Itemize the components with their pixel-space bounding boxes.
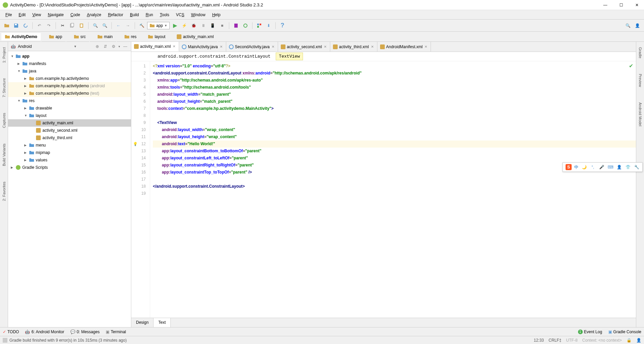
maximize-button[interactable]: ☐	[617, 2, 626, 8]
mic-icon[interactable]: 🎤	[599, 164, 605, 170]
tree-item[interactable]: ▶com.example.hp.activitydemo (android	[8, 82, 131, 90]
tree-item[interactable]: ▼java	[8, 67, 131, 75]
tree-item[interactable]: ▼layout	[8, 112, 131, 119]
menu-vcs[interactable]: VCS	[173, 11, 187, 19]
tree-item[interactable]: ▶mipmap	[8, 149, 131, 156]
menu-code[interactable]: Code	[68, 11, 83, 19]
project-tree[interactable]: ▼app▶manifests▼java▶com.example.hp.activ…	[8, 51, 131, 327]
paste-button[interactable]	[77, 22, 86, 30]
punctuation-icon[interactable]: °,	[590, 164, 596, 170]
editor-tab[interactable]: AndroidManifest.xml✕	[377, 42, 431, 52]
run-button[interactable]: ▶	[171, 22, 179, 30]
moon-icon[interactable]: 🌙	[581, 164, 587, 170]
replace-button[interactable]: 🔍	[101, 22, 109, 30]
side-tab-build-variants[interactable]: Build Variants	[1, 141, 7, 169]
tree-item[interactable]: activity_second.xml	[8, 127, 131, 134]
breadcrumb-item[interactable]: ActivityDemo	[1, 33, 41, 40]
menu-run[interactable]: Run	[143, 11, 156, 19]
tree-item[interactable]: ▶com.example.hp.activitydemo (test)	[8, 90, 131, 97]
profile-button[interactable]: ⏸	[199, 22, 207, 30]
download-button[interactable]: ⬇	[265, 22, 273, 30]
menu-view[interactable]: View	[30, 11, 44, 19]
tree-item[interactable]: ▶values	[8, 156, 131, 164]
back-button[interactable]: ←	[114, 22, 123, 30]
scroll-from-source-button[interactable]: ⊕	[94, 42, 100, 51]
tool-tab----messages[interactable]: 💬0: Messages	[70, 330, 100, 334]
find-button[interactable]: 🔍	[91, 22, 99, 30]
tool-tab-todo[interactable]: ✓TODO	[3, 330, 19, 334]
editor-tab[interactable]: MainActivity.java✕	[179, 42, 226, 52]
editor-tab[interactable]: SecondActivity.java✕	[226, 42, 278, 52]
editor-mode-tab-design[interactable]: Design	[131, 318, 154, 327]
breadcrumb-item[interactable]: app	[45, 33, 66, 40]
menu-tools[interactable]: Tools	[157, 11, 172, 19]
context-indicator[interactable]: Context: <no context>	[582, 338, 622, 343]
menu-edit[interactable]: Edit	[16, 11, 28, 19]
breadcrumb-item[interactable]: src	[70, 33, 89, 40]
editor-crumb-parent[interactable]: android.support.constraint.ConstraintLay…	[155, 53, 273, 60]
sdk-manager-button[interactable]	[241, 22, 249, 30]
tree-item[interactable]: ▶Gradle Scripts	[8, 164, 131, 171]
sogou-icon[interactable]: S	[566, 164, 572, 170]
tree-item[interactable]: ▶com.example.hp.activitydemo	[8, 75, 131, 82]
editor-mode-tab-text[interactable]: Text	[154, 318, 171, 327]
attach-debugger-button[interactable]: 📱	[209, 22, 217, 30]
cursor-position[interactable]: 12:33	[534, 338, 544, 343]
side-tab-android-model[interactable]: Android Model	[638, 100, 643, 129]
side-tab----favorites[interactable]: 2: Favorites	[1, 179, 7, 204]
side-tab-gradle[interactable]: Gradle	[638, 44, 643, 61]
collapse-button[interactable]: ⇵	[102, 42, 108, 51]
search-everywhere-button[interactable]: 🔍	[624, 22, 632, 30]
close-tab-icon[interactable]: ✕	[370, 45, 374, 49]
run-config-selector[interactable]: app ▼	[147, 22, 170, 29]
tree-item[interactable]: ▶drawable	[8, 104, 131, 112]
breadcrumb-item[interactable]: activity_main.xml	[173, 33, 217, 40]
settings-button[interactable]: ⚙	[110, 42, 116, 51]
file-encoding[interactable]: UTF-8	[566, 338, 578, 343]
user-icon[interactable]: 👤	[633, 22, 641, 30]
code-editor[interactable]: 12345678910111213141516171819 <?xml vers…	[131, 61, 636, 318]
stop-button[interactable]: ■	[218, 22, 226, 30]
tool-tab-gradle-console[interactable]: ▣Gradle Console	[608, 330, 641, 334]
hide-button[interactable]: —	[122, 42, 128, 51]
close-tab-icon[interactable]: ✕	[271, 45, 275, 49]
tool-tab-event-log[interactable]: 1Event Log	[578, 330, 602, 334]
make-button[interactable]: 🔨	[138, 22, 146, 30]
open-button[interactable]	[3, 22, 11, 30]
close-tab-icon[interactable]: ✕	[323, 45, 327, 49]
help-button[interactable]: ?	[278, 22, 286, 30]
keyboard-icon[interactable]: ⌨	[607, 164, 613, 170]
menu-analyze[interactable]: Analyze	[84, 11, 104, 19]
side-tab-preview[interactable]: Preview	[638, 71, 643, 90]
tool-tab----android-monitor[interactable]: 🤖6: Android Monitor	[25, 330, 64, 334]
code-content[interactable]: <?xml version="1.0" encoding="utf-8"?><a…	[150, 61, 636, 318]
save-button[interactable]	[12, 22, 20, 30]
ime-mode[interactable]: 中	[574, 164, 578, 170]
side-tab-captures[interactable]: Captures	[1, 110, 7, 131]
sync-button[interactable]	[22, 22, 30, 30]
line-separator[interactable]: CRLF‡	[549, 338, 562, 343]
tree-item[interactable]: activity_main.xml	[8, 119, 131, 127]
editor-tab[interactable]: activity_main.xml✕	[131, 42, 179, 52]
forward-button[interactable]: →	[124, 22, 132, 30]
menu-build[interactable]: Build	[127, 11, 142, 19]
redo-button[interactable]: ↷	[45, 22, 53, 30]
breadcrumb-item[interactable]: res	[121, 33, 140, 40]
tree-item[interactable]: ▶manifests	[8, 60, 131, 67]
shirt-icon[interactable]: 👕	[625, 164, 631, 170]
breadcrumb-item[interactable]: main	[94, 33, 116, 40]
tree-item[interactable]: ▼app	[8, 53, 131, 60]
breadcrumb-item[interactable]: layout	[144, 33, 169, 40]
menu-help[interactable]: Help	[209, 11, 223, 19]
side-tab----structure[interactable]: 7: Structure	[1, 75, 7, 100]
menu-navigate[interactable]: Navigate	[45, 11, 66, 19]
copy-button[interactable]	[68, 22, 76, 30]
project-view-selector[interactable]: Android	[18, 44, 72, 49]
close-tab-icon[interactable]: ✕	[219, 45, 223, 49]
ime-toolbar[interactable]: S 中 🌙 °, 🎤 ⌨ 👤 👕 🔧	[563, 162, 643, 172]
undo-button[interactable]: ↶	[35, 22, 43, 30]
side-tab----project[interactable]: 1: Project	[1, 44, 7, 65]
minimize-button[interactable]: —	[601, 2, 610, 8]
menu-refactor[interactable]: Refactor	[105, 11, 126, 19]
layout-inspector-button[interactable]	[255, 22, 263, 30]
